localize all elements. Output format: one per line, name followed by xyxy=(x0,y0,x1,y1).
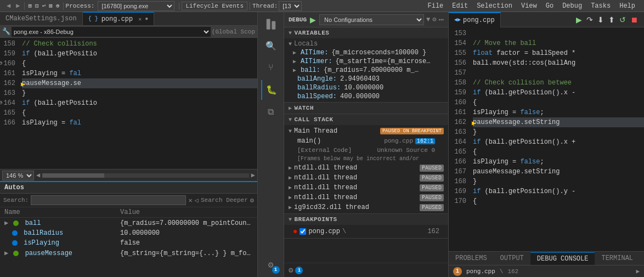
code-line: { xyxy=(473,98,644,108)
code-line: // Move the ball xyxy=(473,38,644,48)
var-item-aitimer[interactable]: ▶ AITimer: {m_startTime={m_microsecond..… xyxy=(284,57,448,66)
var-value: {m_radius=7.00000000 m_pointCount=30 xyxy=(116,218,257,229)
menu-help[interactable]: Help xyxy=(615,1,640,11)
tab-output[interactable]: OUTPUT xyxy=(494,252,530,264)
search-input[interactable] xyxy=(31,195,186,205)
bp-nav-arrow[interactable]: ▶ xyxy=(636,268,640,275)
var-item-aitime[interactable]: ▶ AITime: {m_microseconds=100000 } xyxy=(284,48,448,57)
menu-edit[interactable]: Edit xyxy=(448,1,472,11)
search-deeper-btn[interactable]: Search Deeper xyxy=(201,197,248,203)
process-select[interactable]: [16780] pong.exe xyxy=(98,1,174,11)
activity-search[interactable]: 🔍 xyxy=(261,36,281,56)
breakpoints-content: ● pong.cpp \ 162 xyxy=(284,225,448,238)
activity-extensions[interactable]: ⧉ xyxy=(261,102,281,122)
var-value: {m_string={m_string={...} } m_font=0x00f… xyxy=(116,248,257,258)
var-row[interactable]: ▶ ball {m_radius=7.00000000 m_pointCount… xyxy=(0,218,257,229)
dbg-restart-btn[interactable]: ↺ xyxy=(618,14,628,25)
thread-list-item[interactable]: ▶ ig9icd32.dll thread PAUSED xyxy=(284,202,448,212)
nav-forward[interactable]: ▶ xyxy=(14,2,22,10)
dbg-step-into-btn[interactable]: ⬇ xyxy=(596,14,606,25)
tab-close-btn[interactable]: ✕ xyxy=(138,16,142,22)
bp-suffix-label: \ xyxy=(500,268,504,275)
config-dropdown-icon[interactable]: ▼ xyxy=(426,16,430,24)
menu-go[interactable]: Go xyxy=(541,1,558,11)
code-content: // Check collisions if (ball.getPositio … xyxy=(20,38,257,169)
dbg-step-over-btn[interactable]: ↷ xyxy=(585,14,595,25)
menu-debug[interactable]: Debug xyxy=(558,1,586,11)
main-thread-item[interactable]: ▼ Main Thread PAUSED ON BREAKPOINT xyxy=(284,126,448,136)
tab-pong-cpp[interactable]: { } pong.cpp ✕ ● xyxy=(83,12,155,25)
zoom-select[interactable]: 146 % xyxy=(2,171,34,180)
autos-panel: Autos Search: ✕ ◁ Search Deeper ⚙ Name V… xyxy=(0,181,257,277)
breakpoints-header[interactable]: ▼ BREAKPOINTS xyxy=(284,214,448,225)
code-line: if (ball.getPosition().x - xyxy=(473,88,644,98)
locals-header[interactable]: ▼ Locals xyxy=(284,39,448,48)
activity-source-control[interactable]: ⑂ xyxy=(261,58,281,78)
bp-line-label: 162 xyxy=(507,268,518,275)
process-label: Process: xyxy=(66,3,95,9)
variables-header[interactable]: ▼ VARIABLES xyxy=(284,27,448,38)
search-arrow-left[interactable]: ◁ xyxy=(195,196,199,205)
bp-checkbox[interactable] xyxy=(300,228,306,235)
tab-dot: ● xyxy=(145,16,148,22)
callstack-content: ▼ Main Thread PAUSED ON BREAKPOINT main(… xyxy=(284,125,448,213)
var-item-ballradius[interactable]: ballRadius: 10.0000000 xyxy=(284,83,448,92)
menu-selection[interactable]: Selection xyxy=(472,1,517,11)
menu-tasks[interactable]: Tasks xyxy=(586,1,615,11)
expand-arrow: ▶ xyxy=(4,219,8,227)
menu-file[interactable]: File xyxy=(423,1,448,11)
right-side: 🔍 ⑂ 🐛 ⧉ ⚙ 1 DEBUG ▶ No Configurations xyxy=(258,12,644,277)
thread-list-item[interactable]: ▶ ntdll.dll thread PAUSED xyxy=(284,193,448,202)
bp-line-number: 162 xyxy=(427,228,439,235)
var-row[interactable]: ▶ pauseMessage {m_string={m_string={...}… xyxy=(0,248,257,258)
main-layout: CMakeSettings.json { } pong.cpp ✕ ● 🔧 po… xyxy=(0,12,644,277)
callstack-header[interactable]: ▼ CALL STACK xyxy=(284,114,448,125)
var-item-ballangle[interactable]: ballAngle: 2.94960403 xyxy=(284,75,448,83)
nav-back[interactable]: ◀ xyxy=(4,2,13,10)
dbg-step-out-btn[interactable]: ⬆ xyxy=(607,14,617,25)
var-row[interactable]: isPlaying false xyxy=(0,238,257,248)
lifecycle-btn[interactable]: Lifecycle Events xyxy=(182,2,247,10)
dbg-continue-btn[interactable]: ▶ xyxy=(574,14,584,25)
activity-explorer[interactable] xyxy=(261,14,281,34)
watch-header[interactable]: ▶ WATCH xyxy=(284,103,448,114)
debug-play-btn[interactable]: ▶ xyxy=(309,15,317,24)
var-name: ballRadius: xyxy=(297,84,341,92)
tab-problems[interactable]: PROBLEMS xyxy=(449,252,494,264)
debug-icon: 🔧 xyxy=(2,27,10,36)
activity-debug[interactable]: 🐛 xyxy=(261,80,281,100)
tab-debug-console[interactable]: DEBUG CONSOLE xyxy=(530,252,595,265)
scroll-left[interactable]: ◀ xyxy=(36,171,40,179)
tab-icon-code: { } xyxy=(88,16,98,22)
var-item-ball[interactable]: ▶ ball: {m_radius=7.00000000 m_pointCo..… xyxy=(284,66,448,75)
thread-list-item[interactable]: ▶ ntdll.dll thread PAUSED xyxy=(284,183,448,193)
debug-settings-icon[interactable]: ⚙ xyxy=(432,15,436,24)
tab-cmake[interactable]: CMakeSettings.json xyxy=(0,12,83,25)
stack-frame-main[interactable]: main() pong.cpp 162:1 xyxy=(284,136,448,146)
thread-list-item[interactable]: ▶ ntdll.dll thread PAUSED xyxy=(284,173,448,183)
scroll-right[interactable]: ▶ xyxy=(251,171,255,179)
tab-terminal[interactable]: TERMINAL xyxy=(595,252,640,264)
gear-icon[interactable]: ⚙ xyxy=(289,265,293,275)
activity-settings[interactable]: ⚙ 1 xyxy=(261,255,281,275)
search-gear-icon[interactable]: ⚙ xyxy=(250,196,254,205)
search-clear-btn[interactable]: ✕ xyxy=(188,196,192,205)
right-code-area[interactable]: 153 154 155 156 157 158 159 160 161 ●162… xyxy=(449,27,644,251)
var-row[interactable]: ballRadius 10.0000000 xyxy=(0,228,257,238)
thread-select[interactable]: [13 xyxy=(279,1,302,11)
thread-list-item[interactable]: ▶ ntdll.dll thread PAUSED xyxy=(284,163,448,173)
dbg-stop-btn[interactable]: ⏹ xyxy=(629,14,640,25)
code-tab-pong[interactable]: ◄► pong.cpp xyxy=(449,12,501,27)
var-name: AITime: xyxy=(301,49,328,56)
vars-table: Name Value ▶ ball {m_radius=7.00000000 m… xyxy=(0,207,257,258)
debug-more-icon[interactable]: ⋯ xyxy=(438,14,444,25)
code-editor[interactable]: 158 159 ⊖160 161 ●162 163 ⊖164 165 166 /… xyxy=(0,38,257,169)
breakpoint-item[interactable]: ● pong.cpp \ 162 xyxy=(284,226,448,237)
debug-bottom-gear[interactable]: ⚙ 1 xyxy=(284,263,448,277)
line-numbers: 158 159 ⊖160 161 ●162 163 ⊖164 165 166 xyxy=(0,38,20,169)
address-select[interactable]: pong.exe - x86-Debug xyxy=(12,27,211,37)
var-item-ballspeed[interactable]: ballSpeed: 400.000000 xyxy=(284,92,448,101)
debug-config-select[interactable]: No Configurations xyxy=(319,14,424,25)
menu-view[interactable]: View xyxy=(517,1,541,11)
frames-note: [Frames below may be incorrect and/or xyxy=(284,155,448,163)
